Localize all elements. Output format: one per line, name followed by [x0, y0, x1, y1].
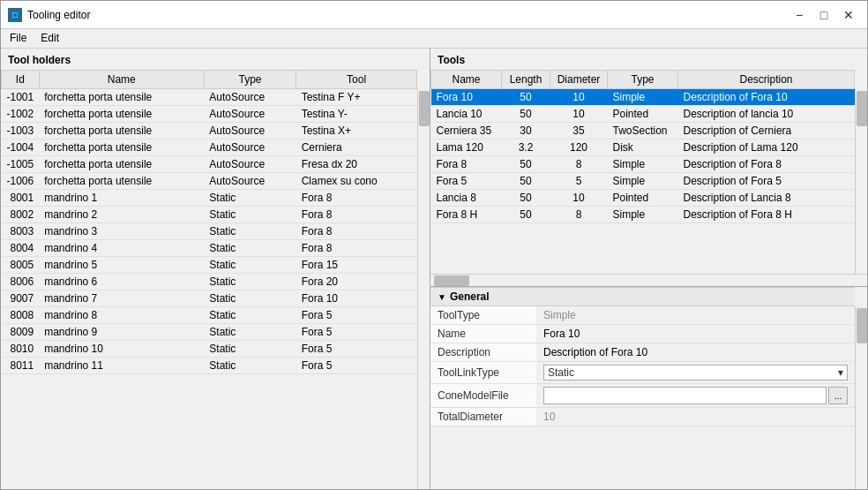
cell-ttype: Disk [608, 139, 678, 156]
tools-hscroll[interactable] [430, 274, 867, 286]
file-input[interactable] [543, 387, 827, 404]
file-browse-button[interactable]: ... [828, 387, 848, 404]
tool-holder-row[interactable]: -1006 forchetta porta utensile AutoSourc… [2, 173, 417, 190]
text-input[interactable] [543, 346, 848, 358]
tool-holder-row[interactable]: -1004 forchetta porta utensile AutoSourc… [2, 139, 417, 156]
cell-type: AutoSource [204, 173, 296, 190]
cell-tool: Fora 8 [296, 223, 417, 240]
tool-holder-row[interactable]: 8008 mandrino 8 Static Fora 5 [2, 307, 417, 324]
left-scrollbar-thumb [419, 91, 430, 126]
dropdown-control[interactable]: Static ▾ [543, 365, 848, 381]
maximize-button[interactable]: □ [812, 5, 835, 25]
menu-edit[interactable]: Edit [35, 31, 64, 46]
minimize-button[interactable]: − [788, 5, 811, 25]
cell-tlength: 50 [502, 89, 550, 106]
close-button[interactable]: ✕ [837, 5, 860, 25]
tools-hscroll-thumb [434, 275, 469, 286]
cell-id: 8004 [2, 240, 40, 257]
cell-tool: Testina X+ [296, 123, 417, 139]
cell-name: forchetta porta utensile [39, 156, 204, 173]
cell-name: mandrino 7 [39, 290, 204, 307]
cell-tdiameter: 8 [550, 207, 608, 223]
tool-holder-row[interactable]: 8011 mandrino 11 Static Fora 5 [2, 358, 417, 374]
app-icon: □ [8, 8, 22, 22]
tool-row[interactable]: Fora 8 50 8 Simple Description of Fora 8 [431, 156, 855, 173]
props-scroll[interactable]: ▼ General ToolTypeSimpleName Description… [430, 287, 867, 489]
cell-tdesc: Description of Fora 10 [678, 89, 855, 106]
cell-id: 8010 [2, 341, 40, 358]
tool-row[interactable]: Fora 8 H 50 8 Simple Description of Fora… [431, 207, 855, 223]
left-scrollbar[interactable] [417, 89, 430, 489]
tool-holder-row[interactable]: 9007 mandrino 7 Static Fora 10 [2, 290, 417, 307]
tool-holder-row[interactable]: 8009 mandrino 9 Static Fora 5 [2, 324, 417, 341]
tool-holder-row[interactable]: 8010 mandrino 10 Static Fora 5 [2, 341, 417, 358]
tool-holder-row[interactable]: -1001 forchetta porta utensile AutoSourc… [2, 89, 417, 106]
menu-file[interactable]: File [4, 31, 32, 46]
tool-holder-row[interactable]: 8002 mandrino 2 Static Fora 8 [2, 207, 417, 223]
cell-tname: Fora 8 [431, 156, 502, 173]
tool-holder-row[interactable]: -1003 forchetta porta utensile AutoSourc… [2, 123, 417, 139]
prop-row: Name [430, 325, 855, 343]
cell-id: 8011 [2, 358, 40, 374]
title-bar: □ Tooling editor − □ ✕ [1, 1, 867, 29]
tool-row[interactable]: Fora 10 50 10 Simple Description of Fora… [431, 89, 855, 106]
tool-holder-row[interactable]: 8001 mandrino 1 Static Fora 8 [2, 190, 417, 207]
right-panel: Tools Name Length Diameter Type Descript… [430, 49, 867, 489]
right-scrollbar[interactable] [855, 89, 867, 274]
cell-id: 8003 [2, 223, 40, 240]
cell-name: mandrino 1 [39, 190, 204, 207]
cell-name: mandrino 2 [39, 207, 204, 223]
cell-type: Static [204, 207, 296, 223]
tcol-type: Type [608, 71, 678, 89]
tool-row[interactable]: Fora 5 50 5 Simple Description of Fora 5 [431, 173, 855, 190]
tool-holder-row[interactable]: -1005 forchetta porta utensile AutoSourc… [2, 156, 417, 173]
tool-row[interactable]: Lancia 10 50 10 Pointed Description of l… [431, 106, 855, 123]
cell-name: mandrino 4 [39, 240, 204, 257]
tcol-diameter: Diameter [550, 71, 608, 89]
cell-ttype: Simple [608, 207, 678, 223]
tool-holder-row[interactable]: 8006 mandrino 6 Static Fora 20 [2, 274, 417, 290]
cell-id: 8009 [2, 324, 40, 341]
cell-tool: Fora 20 [296, 274, 417, 290]
cell-tname: Cerniera 35 [431, 123, 502, 139]
tool-holder-row[interactable]: 8003 mandrino 3 Static Fora 8 [2, 223, 417, 240]
title-controls: − □ ✕ [788, 5, 860, 25]
cell-id: 8008 [2, 307, 40, 324]
tcol-name: Name [431, 71, 502, 89]
tool-holder-row[interactable]: 8004 mandrino 4 Static Fora 8 [2, 240, 417, 257]
cell-tname: Lancia 10 [431, 106, 502, 123]
col-id: Id [2, 71, 40, 89]
prop-key: ToolType [430, 306, 536, 325]
left-scroll[interactable]: Id Name Type Tool -1001 forchetta porta … [1, 70, 430, 489]
props-scrollbar[interactable] [855, 306, 867, 489]
cell-type: Static [204, 358, 296, 374]
cell-tool: Fora 5 [296, 358, 417, 374]
props-scrollbar-thumb [857, 308, 867, 343]
cell-type: Static [204, 190, 296, 207]
prop-value-text[interactable] [536, 325, 855, 343]
prop-value-dropdown[interactable]: Static ▾ [536, 362, 855, 384]
cell-tool: Fora 5 [296, 324, 417, 341]
cell-tdiameter: 35 [550, 123, 608, 139]
main-window: □ Tooling editor − □ ✕ File Edit Tool ho… [0, 0, 868, 490]
cell-tdiameter: 10 [550, 190, 608, 207]
cell-tlength: 50 [502, 190, 550, 207]
cell-tlength: 50 [502, 207, 550, 223]
cell-tlength: 50 [502, 106, 550, 123]
general-section-header: ▼ General [430, 287, 855, 306]
tool-row[interactable]: Lama 120 3.2 120 Disk Description of Lam… [431, 139, 855, 156]
cell-id: -1004 [2, 139, 40, 156]
text-input[interactable] [543, 328, 848, 340]
prop-value-text[interactable] [536, 343, 855, 362]
tool-row[interactable]: Cerniera 35 30 35 TwoSection Description… [431, 123, 855, 139]
cell-tdiameter: 5 [550, 173, 608, 190]
cell-name: mandrino 8 [39, 307, 204, 324]
cell-ttype: Simple [608, 156, 678, 173]
cell-type: Static [204, 223, 296, 240]
right-scroll[interactable]: Name Length Diameter Type Description Fo… [430, 70, 867, 274]
tool-row[interactable]: Lancia 8 50 10 Pointed Description of La… [431, 190, 855, 207]
cell-type: AutoSource [204, 89, 296, 106]
tool-holder-row[interactable]: 8005 mandrino 5 Static Fora 15 [2, 257, 417, 274]
cell-ttype: Simple [608, 173, 678, 190]
tool-holder-row[interactable]: -1002 forchetta porta utensile AutoSourc… [2, 106, 417, 123]
